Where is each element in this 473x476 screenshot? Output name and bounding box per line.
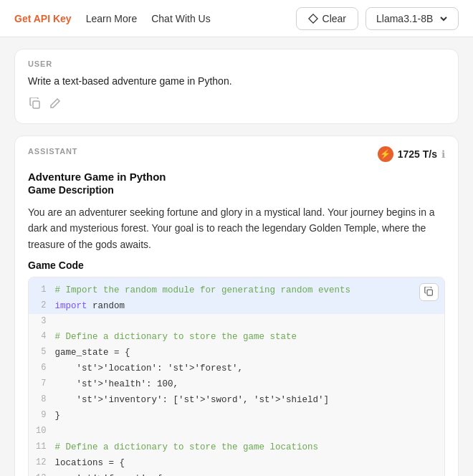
line-content: # Define a dictionary to store the game … bbox=[54, 329, 445, 345]
line-content: 'st'>'forest': { bbox=[54, 471, 445, 476]
line-content: # Define a dictionary to store the game … bbox=[54, 439, 445, 455]
learn-more-link[interactable]: Learn More bbox=[86, 13, 138, 24]
speed-badge: ⚡ 1725 T/s ℹ bbox=[378, 146, 445, 162]
edit-button[interactable] bbox=[48, 96, 62, 113]
clear-button[interactable]: Clear bbox=[296, 7, 358, 30]
line-content: 'st'>'health': 100, bbox=[54, 376, 445, 392]
diamond-icon bbox=[308, 14, 318, 24]
clear-label: Clear bbox=[322, 13, 346, 24]
user-message-text: Write a text-based adventure game in Pyt… bbox=[28, 74, 445, 89]
code-line: 8 'st'>'inventory': ['st'>'sword', 'st'>… bbox=[29, 392, 445, 408]
assistant-message: ASSISTANT ⚡ 1725 T/s ℹ Adventure Game in… bbox=[14, 135, 459, 476]
main-content: USER Write a text-based adventure game i… bbox=[0, 37, 473, 476]
chevron-down-icon bbox=[439, 14, 448, 23]
line-number: 5 bbox=[29, 345, 54, 361]
code-line: 3 bbox=[29, 314, 445, 329]
edit-icon bbox=[49, 97, 61, 109]
code-label: Game Code bbox=[28, 260, 445, 271]
svg-rect-1 bbox=[33, 101, 39, 108]
assistant-label: ASSISTANT bbox=[28, 147, 77, 156]
assistant-subtitle: Game Description bbox=[28, 184, 445, 196]
line-number: 1 bbox=[29, 277, 54, 298]
line-content: } bbox=[54, 408, 445, 424]
line-number: 6 bbox=[29, 361, 54, 376]
line-number: 10 bbox=[29, 424, 54, 439]
code-line: 11# Define a dictionary to store the gam… bbox=[29, 439, 445, 455]
code-line: 1# Import the random module for generati… bbox=[29, 277, 445, 298]
line-number: 2 bbox=[29, 298, 54, 314]
line-content bbox=[54, 314, 445, 329]
user-message: USER Write a text-based adventure game i… bbox=[14, 49, 459, 124]
assistant-title: Adventure Game in Python bbox=[28, 171, 445, 183]
user-label: USER bbox=[28, 60, 445, 68]
code-line: 7 'st'>'health': 100, bbox=[29, 376, 445, 392]
code-line: 2import random bbox=[29, 298, 445, 314]
get-api-link[interactable]: Get API Key bbox=[14, 13, 72, 24]
code-line: 10 bbox=[29, 424, 445, 439]
code-line: 9} bbox=[29, 408, 445, 424]
line-number: 8 bbox=[29, 392, 54, 408]
assistant-header: ASSISTANT ⚡ 1725 T/s ℹ bbox=[28, 146, 445, 162]
code-block: 1# Import the random module for generati… bbox=[28, 277, 445, 476]
line-number: 3 bbox=[29, 314, 54, 329]
line-number: 13 bbox=[29, 471, 54, 476]
header-actions: Clear Llama3.1-8B bbox=[296, 7, 459, 30]
line-number: 11 bbox=[29, 439, 54, 455]
line-content: # Import the random module for generatin… bbox=[54, 277, 445, 298]
line-content: import random bbox=[54, 298, 445, 314]
code-line: 12locations = { bbox=[29, 455, 445, 471]
copy-button[interactable] bbox=[28, 96, 42, 113]
code-table: 1# Import the random module for generati… bbox=[29, 277, 445, 476]
line-content bbox=[54, 424, 445, 439]
line-content: 'st'>'location': 'st'>'forest', bbox=[54, 361, 445, 376]
code-line: 4# Define a dictionary to store the game… bbox=[29, 329, 445, 345]
line-number: 9 bbox=[29, 408, 54, 424]
code-copy-button[interactable] bbox=[419, 283, 439, 301]
info-icon[interactable]: ℹ bbox=[441, 148, 445, 160]
code-line: 5game_state = { bbox=[29, 345, 445, 361]
model-selector[interactable]: Llama3.1-8B bbox=[366, 7, 459, 30]
speed-value: 1725 T/s bbox=[398, 148, 437, 160]
line-number: 4 bbox=[29, 329, 54, 345]
copy-code-icon bbox=[424, 287, 434, 296]
svg-rect-2 bbox=[427, 290, 432, 295]
chat-with-us-link[interactable]: Chat With Us bbox=[151, 13, 210, 24]
line-number: 7 bbox=[29, 376, 54, 392]
line-content: 'st'>'inventory': ['st'>'sword', 'st'>'s… bbox=[54, 392, 445, 408]
line-content: locations = { bbox=[54, 455, 445, 471]
model-name: Llama3.1-8B bbox=[376, 13, 433, 24]
copy-icon bbox=[29, 97, 41, 109]
line-content: game_state = { bbox=[54, 345, 445, 361]
assistant-description: You are an adventurer seeking fortune an… bbox=[28, 204, 445, 252]
lightning-icon: ⚡ bbox=[378, 146, 393, 162]
header-nav: Get API Key Learn More Chat With Us bbox=[14, 13, 282, 24]
code-line: 6 'st'>'location': 'st'>'forest', bbox=[29, 361, 445, 376]
header: Get API Key Learn More Chat With Us Clea… bbox=[0, 0, 473, 37]
line-number: 12 bbox=[29, 455, 54, 471]
code-line: 13 'st'>'forest': { bbox=[29, 471, 445, 476]
user-actions bbox=[28, 96, 445, 113]
svg-marker-0 bbox=[308, 14, 317, 22]
